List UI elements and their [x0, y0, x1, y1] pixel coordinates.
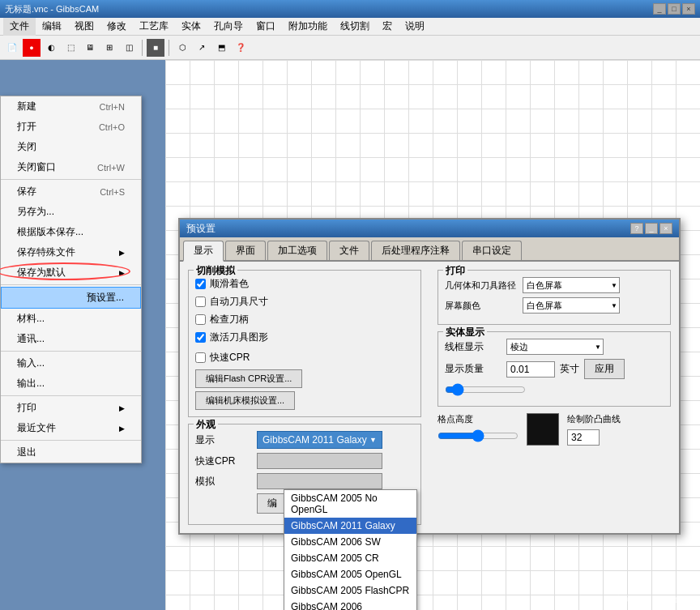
dialog-minimize-btn[interactable]: _	[645, 223, 658, 234]
geom-select[interactable]: 白色屏幕	[523, 277, 620, 293]
menu-hole[interactable]: 孔向导	[207, 18, 250, 36]
menu-item-closewindow[interactable]: 关闭窗口 Ctrl+W	[1, 157, 141, 177]
menu-addon[interactable]: 附加功能	[282, 18, 334, 36]
menu-wirecutting[interactable]: 线切割	[334, 18, 376, 36]
toolbar-btn-7[interactable]: ◫	[120, 39, 138, 57]
holder-checkbox[interactable]	[195, 314, 206, 325]
holder-label: 检查刀柄	[210, 313, 249, 326]
quality-slider[interactable]	[445, 383, 526, 396]
curve-input[interactable]	[567, 429, 600, 446]
menu-item-open[interactable]: 打开 Ctrl+O	[1, 117, 141, 137]
flash-cpr-btn[interactable]: 编辑Flash CPR设置...	[195, 369, 302, 388]
menu-separator-4	[1, 395, 141, 396]
tab-serial[interactable]: 串口设定	[462, 241, 522, 260]
menu-item-import[interactable]: 输入...	[1, 353, 141, 373]
menu-item-print[interactable]: 打印 ▶	[1, 398, 141, 418]
dropdown-option-4[interactable]: GibbsCAM 2005 OpenGL	[284, 566, 416, 582]
dropdown-option-0[interactable]: GibbsCAM 2005 No OpenGL	[284, 490, 416, 518]
tab-interface[interactable]: 界面	[225, 241, 266, 260]
toolshape-checkbox[interactable]	[195, 332, 206, 343]
toolbar-btn-5[interactable]: 🖥	[81, 39, 99, 57]
smooth-checkbox[interactable]	[195, 279, 206, 289]
toolbar-btn-6[interactable]: ⊞	[100, 39, 118, 57]
grid-slider-row	[438, 429, 519, 445]
color-box[interactable]	[527, 413, 559, 446]
menu-item-exit[interactable]: 退出	[1, 442, 141, 463]
menu-bar: 文件 编辑 视图 修改 工艺库 实体 孔向导 窗口 附加功能 线切割 宏 说明	[0, 18, 700, 36]
autotool-label: 自动刀具尺寸	[210, 295, 268, 309]
menu-item-saveas[interactable]: 另存为...	[1, 202, 141, 222]
apply-btn[interactable]: 应用	[584, 359, 625, 379]
tab-display[interactable]: 显示	[183, 241, 224, 262]
simulate-color-bar[interactable]	[257, 473, 382, 489]
grid-slider[interactable]	[438, 429, 519, 442]
menu-item-new[interactable]: 新建 Ctrl+N	[1, 96, 141, 117]
tab-machining[interactable]: 加工选项	[267, 241, 327, 260]
toolbar-btn-8[interactable]: ■	[147, 39, 164, 57]
menu-item-prefs[interactable]: 预设置...	[1, 287, 141, 309]
menu-item-recent[interactable]: 最近文件 ▶	[1, 418, 141, 438]
menu-item-savespecial[interactable]: 保存特殊文件 ▶	[1, 242, 141, 262]
screen-select[interactable]: 白色屏幕	[523, 297, 620, 314]
grid-height-row: 格点高度	[438, 413, 519, 425]
menu-solid[interactable]: 实体	[175, 18, 207, 36]
close-button[interactable]: ×	[682, 3, 695, 15]
menu-toollib[interactable]: 工艺库	[133, 18, 175, 36]
menu-view[interactable]: 视图	[68, 18, 100, 36]
dropdown-option-2[interactable]: GibbsCAM 2006 SW	[284, 534, 416, 550]
quick-cpr-row: 快速CPR 编辑Flash CPR设置... 编辑机床模拟设置...	[195, 351, 414, 410]
display-select[interactable]: GibbsCAM 2011 Galaxy ▼	[257, 431, 382, 449]
autotool-checkbox[interactable]	[195, 296, 206, 307]
quality-input[interactable]	[506, 361, 555, 378]
quick-cpr-checkbox[interactable]	[195, 352, 206, 363]
menu-item-save[interactable]: 保存 Ctrl+S	[1, 181, 141, 202]
toolbar-btn-11[interactable]: ⬒	[212, 39, 230, 57]
preferences-dialog: 预设置 ? _ × 显示 界面 加工选项 文件 后处理程序注释 串口设定	[178, 218, 681, 535]
minimize-button[interactable]: _	[653, 3, 666, 15]
toolbar-btn-9[interactable]: ⬡	[173, 39, 191, 57]
menu-item-comms[interactable]: 通讯...	[1, 329, 141, 349]
dialog-help-btn[interactable]: ?	[630, 223, 643, 234]
menu-item-materials[interactable]: 材料...	[1, 309, 141, 329]
tab-files[interactable]: 文件	[329, 241, 369, 260]
display-form-label: 显示	[195, 433, 252, 447]
wireframe-select[interactable]: 棱边	[506, 339, 604, 355]
toolbar-btn-3[interactable]: ◐	[42, 39, 60, 57]
menu-macro[interactable]: 宏	[376, 18, 399, 36]
quick-cpr-color-bar[interactable]	[257, 453, 382, 469]
dialog-content: 切削模拟 顺滑着色 自动刀具尺寸 检查刀柄	[180, 262, 679, 533]
dropdown-option-1[interactable]: GibbsCAM 2011 Galaxy	[284, 518, 416, 534]
toolbar-btn-2[interactable]: ●	[23, 39, 41, 57]
menu-item-savedefault[interactable]: 保存为默认 ▶	[1, 262, 141, 283]
dropdown-option-3[interactable]: GibbsCAM 2005 CR	[284, 550, 416, 566]
grid-section: 格点高度	[438, 413, 519, 445]
dropdown-option-6[interactable]: GibbsCAM 2006	[284, 599, 416, 610]
toolbar-btn-1[interactable]: 📄	[3, 39, 21, 57]
menu-modify[interactable]: 修改	[100, 18, 133, 36]
print-label: 打印	[443, 264, 467, 278]
toolbar-btn-10[interactable]: ↗	[193, 39, 211, 57]
checkbox-autotool: 自动刀具尺寸	[195, 295, 414, 309]
curve-section: 绘制阶凸曲线	[567, 413, 621, 446]
screen-color-row: 屏幕颜色 白色屏幕 ▼	[445, 297, 664, 314]
dialog-close-btn[interactable]: ×	[659, 223, 672, 234]
menu-item-close[interactable]: 关闭	[1, 137, 141, 157]
menu-window[interactable]: 窗口	[250, 18, 282, 36]
print-group: 打印 几何体和刀具路径 白色屏幕 ▼ 屏幕颜色	[438, 270, 671, 325]
screen-color-label: 屏幕颜色	[445, 300, 518, 312]
curve-value-row	[567, 429, 621, 446]
menu-file[interactable]: 文件	[3, 18, 36, 36]
dropdown-option-5[interactable]: GibbsCAM 2005 FlashCPR	[284, 582, 416, 599]
menu-item-export[interactable]: 输出...	[1, 373, 141, 394]
toolbar-btn-12[interactable]: ❓	[232, 39, 250, 57]
tab-postproc[interactable]: 后处理程序注释	[371, 241, 460, 260]
quick-cpr-row-app: 快速CPR	[195, 453, 414, 469]
menu-item-saveversion[interactable]: 根据版本保存...	[1, 222, 141, 242]
menu-help[interactable]: 说明	[399, 18, 431, 36]
toolbar-btn-4[interactable]: ⬚	[62, 39, 79, 57]
maximize-button[interactable]: □	[668, 3, 681, 15]
main-area: 新建 Ctrl+N 打开 Ctrl+O 关闭 关闭窗口 Ctrl+W 保存 Ct…	[0, 60, 700, 610]
wireframe-select-wrapper: 棱边 ▼	[506, 339, 604, 355]
menu-edit[interactable]: 编辑	[36, 18, 68, 36]
machine-sim-btn[interactable]: 编辑机床模拟设置...	[195, 391, 295, 410]
